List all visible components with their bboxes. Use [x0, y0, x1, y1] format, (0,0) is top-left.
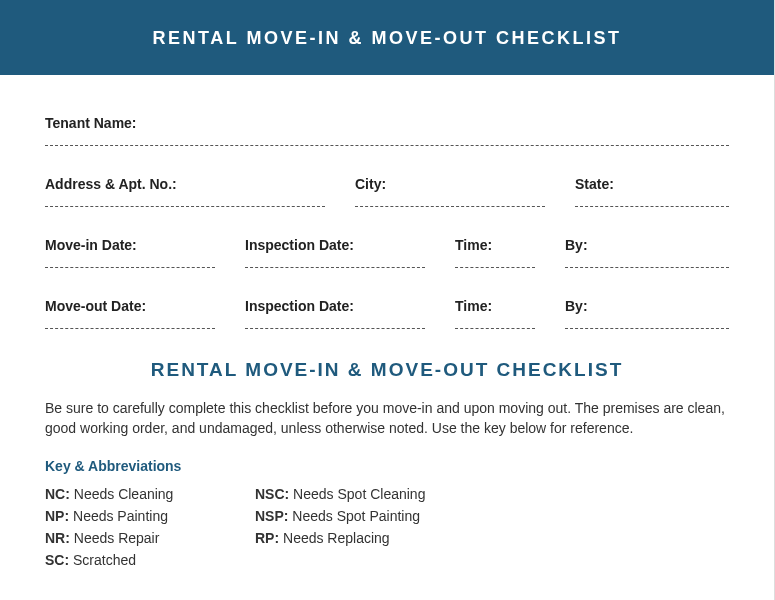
- label-address: Address & Apt. No.:: [45, 176, 325, 192]
- instructions-text: Be sure to carefully complete this check…: [45, 399, 729, 438]
- key-desc: Needs Spot Painting: [288, 508, 420, 524]
- label-moveout-date: Move-out Date:: [45, 298, 215, 314]
- field-by-in: By:: [565, 237, 729, 268]
- key-desc: Needs Replacing: [279, 530, 390, 546]
- key-code: RP:: [255, 530, 279, 546]
- key-item: NSC: Needs Spot Cleaning: [255, 486, 465, 502]
- key-desc: Needs Cleaning: [70, 486, 174, 502]
- field-by-out: By:: [565, 298, 729, 329]
- key-item: NSP: Needs Spot Painting: [255, 508, 465, 524]
- key-item: NR: Needs Repair: [45, 530, 255, 546]
- field-movein-date: Move-in Date:: [45, 237, 215, 268]
- label-state: State:: [575, 176, 729, 192]
- field-address: Address & Apt. No.:: [45, 176, 325, 207]
- key-code: NR:: [45, 530, 70, 546]
- key-desc: Needs Painting: [69, 508, 168, 524]
- key-code: SC:: [45, 552, 69, 568]
- key-item: NC: Needs Cleaning: [45, 486, 255, 502]
- field-city: City:: [355, 176, 545, 207]
- line-time-in[interactable]: [455, 267, 535, 268]
- row-tenant: Tenant Name:: [45, 115, 729, 146]
- key-desc: Needs Repair: [70, 530, 160, 546]
- key-desc: Scratched: [69, 552, 136, 568]
- section-title: RENTAL MOVE-IN & MOVE-OUT CHECKLIST: [45, 359, 729, 381]
- header-title: RENTAL MOVE-IN & MOVE-OUT CHECKLIST: [153, 28, 622, 48]
- row-movein: Move-in Date: Inspection Date: Time: By:: [45, 237, 729, 268]
- key-item: RP: Needs Replacing: [255, 530, 465, 546]
- line-inspection-out[interactable]: [245, 328, 425, 329]
- form-area: Tenant Name: Address & Apt. No.: City: S…: [0, 75, 774, 329]
- line-by-in[interactable]: [565, 267, 729, 268]
- key-code: NSC:: [255, 486, 289, 502]
- label-city: City:: [355, 176, 545, 192]
- key-code: NC:: [45, 486, 70, 502]
- line-inspection-in[interactable]: [245, 267, 425, 268]
- label-inspection-out: Inspection Date:: [245, 298, 425, 314]
- key-desc: Needs Spot Cleaning: [289, 486, 425, 502]
- key-col-1: NC: Needs Cleaning NP: Needs Painting NR…: [45, 486, 255, 574]
- key-code: NSP:: [255, 508, 288, 524]
- line-state[interactable]: [575, 206, 729, 207]
- line-address[interactable]: [45, 206, 325, 207]
- field-moveout-date: Move-out Date:: [45, 298, 215, 329]
- line-city[interactable]: [355, 206, 545, 207]
- field-inspection-in: Inspection Date:: [245, 237, 425, 268]
- key-item: SC: Scratched: [45, 552, 255, 568]
- key-item: NP: Needs Painting: [45, 508, 255, 524]
- field-time-out: Time:: [455, 298, 535, 329]
- label-inspection-in: Inspection Date:: [245, 237, 425, 253]
- key-col-2: NSC: Needs Spot Cleaning NSP: Needs Spot…: [255, 486, 465, 574]
- line-by-out[interactable]: [565, 328, 729, 329]
- field-inspection-out: Inspection Date:: [245, 298, 425, 329]
- label-by-in: By:: [565, 237, 729, 253]
- row-address: Address & Apt. No.: City: State:: [45, 176, 729, 207]
- field-tenant-name: Tenant Name:: [45, 115, 729, 146]
- label-by-out: By:: [565, 298, 729, 314]
- field-time-in: Time:: [455, 237, 535, 268]
- line-movein-date[interactable]: [45, 267, 215, 268]
- row-moveout: Move-out Date: Inspection Date: Time: By…: [45, 298, 729, 329]
- label-tenant-name: Tenant Name:: [45, 115, 729, 131]
- key-heading: Key & Abbreviations: [45, 458, 729, 474]
- label-time-in: Time:: [455, 237, 535, 253]
- label-movein-date: Move-in Date:: [45, 237, 215, 253]
- field-state: State:: [575, 176, 729, 207]
- line-tenant-name[interactable]: [45, 145, 729, 146]
- line-moveout-date[interactable]: [45, 328, 215, 329]
- document-page: RENTAL MOVE-IN & MOVE-OUT CHECKLIST Tena…: [0, 0, 775, 600]
- header-band: RENTAL MOVE-IN & MOVE-OUT CHECKLIST: [0, 0, 774, 75]
- key-grid: NC: Needs Cleaning NP: Needs Painting NR…: [45, 486, 729, 574]
- line-time-out[interactable]: [455, 328, 535, 329]
- key-code: NP:: [45, 508, 69, 524]
- label-time-out: Time:: [455, 298, 535, 314]
